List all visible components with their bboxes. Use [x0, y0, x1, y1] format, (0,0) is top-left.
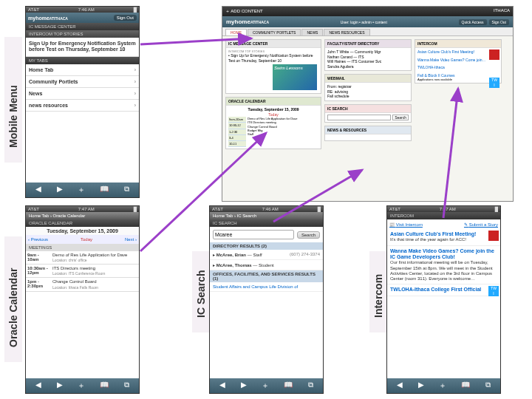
- add-icon[interactable]: ＋: [78, 381, 85, 391]
- section-mytabs: My Tabs: [26, 57, 139, 64]
- bookmarks-icon[interactable]: 📖: [100, 381, 109, 391]
- section-oracle-cal: Oracle Calendar: [26, 219, 139, 227]
- services-results-header: Offices, Facilities, and Services Result…: [210, 270, 323, 282]
- section-top-stories: Intercom Top Stories: [26, 30, 139, 38]
- thumb-icon: TWI: [489, 78, 499, 88]
- fwd-icon[interactable]: ▶: [57, 185, 63, 195]
- search-box: Search: [210, 227, 323, 242]
- portal-search-input[interactable]: [327, 115, 391, 121]
- menu-item[interactable]: News›: [26, 88, 139, 100]
- meeting-row[interactable]: 1pm - 2:30pmChange Control BoardLocation…: [26, 278, 139, 291]
- status-bar: AT&T7:46 AM█: [26, 7, 139, 13]
- search-input[interactable]: [213, 230, 294, 239]
- directory-result[interactable]: ▸ McAree, Brian — Staff(607) 274-3374: [210, 250, 323, 260]
- section-msg-center: IC Message Center: [26, 23, 139, 30]
- app-header: myhomeATITHACA Sign Out: [26, 13, 139, 23]
- portal-search-button[interactable]: Search: [392, 115, 409, 121]
- quick-access-button[interactable]: Quick Access: [459, 19, 487, 25]
- chevron-right-icon: ›: [134, 91, 136, 96]
- portlet-webmail: WEBMAIL From: registrarRE: advisingFall …: [324, 74, 412, 101]
- phone-oracle-calendar: AT&T7:47 AM█ Home Tab › Oracle Calendar …: [25, 205, 140, 394]
- visit-intercom-link[interactable]: 📰 Visit Intercom: [389, 222, 423, 227]
- thumb-icon: [489, 50, 499, 60]
- submit-story-link[interactable]: ✎ Submit a Story: [464, 222, 498, 227]
- phone-ic-search: AT&T7:46 AM█ Home Tab › IC Search IC Sea…: [209, 205, 324, 394]
- chevron-right-icon: ›: [134, 67, 136, 72]
- news-item[interactable]: Asian Culture Club's First Meeting! It's…: [387, 229, 500, 246]
- chevron-right-icon: ›: [134, 79, 136, 84]
- portal-header: myhomeATITHACA User: login • admin • con…: [222, 16, 513, 27]
- breadcrumb[interactable]: Home Tab › IC Search: [210, 212, 323, 219]
- tab-news[interactable]: NEWS: [301, 29, 323, 35]
- bookmarks-icon[interactable]: 📖: [461, 381, 470, 391]
- add-icon[interactable]: ＋: [78, 185, 85, 195]
- next-button[interactable]: Next ›: [125, 237, 137, 242]
- fwd-icon[interactable]: ▶: [241, 381, 247, 391]
- phone-intercom: AT&T7:47 AM█ Intercom 📰 Visit Intercom ✎…: [386, 205, 501, 394]
- sign-out-button[interactable]: Sign Out: [114, 15, 137, 21]
- brand-logo: myhomeATITHACA: [226, 18, 269, 25]
- tabs-icon[interactable]: ⧉: [485, 381, 491, 391]
- portlet-msg-center: IC MESSAGE CENTER Intercom Top Stories• …: [225, 39, 321, 94]
- status-bar: AT&T7:46 AM█: [210, 206, 323, 212]
- section-intercom: Intercom: [387, 212, 500, 219]
- bookmarks-icon[interactable]: 📖: [284, 381, 293, 391]
- meetings-header: MEETINGS: [26, 244, 139, 251]
- bottom-toolbar: ◀▶＋📖⧉: [387, 378, 500, 393]
- thumb-icon: [488, 231, 499, 241]
- fwd-icon[interactable]: ▶: [57, 381, 63, 391]
- portlet-intercom: INTERCOM Asian Culture Club's First Meet…: [415, 39, 502, 83]
- back-icon[interactable]: ◀: [219, 381, 225, 391]
- breadcrumb[interactable]: Home Tab › Oracle Calendar: [26, 212, 139, 219]
- portlet-news-resources: NEWS & RESOURCES: [324, 126, 412, 141]
- tabs-icon[interactable]: ⧉: [124, 185, 129, 195]
- bookmarks-icon[interactable]: 📖: [100, 185, 109, 195]
- portlet-oracle-calendar: ORACLE CALENDAR Tuesday, September 15, 2…: [225, 97, 321, 149]
- label-mobile-menu: Mobile Menu: [4, 37, 22, 163]
- swim-banner[interactable]: Swim Lessons: [273, 64, 317, 90]
- add-icon[interactable]: ＋: [439, 381, 446, 391]
- news-item[interactable]: TWLOHA-Ithaca College First Official TWI: [387, 284, 500, 296]
- bottom-toolbar: ◀▶＋📖⧉: [26, 378, 139, 393]
- today-button[interactable]: Today: [81, 237, 92, 242]
- thumb-icon: TWI: [488, 286, 499, 296]
- meeting-row[interactable]: 10:30am - 12pmITS Directors meetingLocat…: [26, 265, 139, 278]
- status-bar: AT&T7:47 AM█: [387, 206, 500, 212]
- search-button[interactable]: Search: [297, 231, 320, 239]
- bottom-toolbar: ◀▶＋📖⧉: [26, 183, 139, 197]
- back-icon[interactable]: ◀: [35, 185, 41, 195]
- brand-logo: myhomeATITHACA: [28, 16, 68, 21]
- portal-tabs: HOME COMMUNITY PORTLETS NEWS NEWS RESOUR…: [222, 27, 513, 36]
- bottom-toolbar: ◀▶＋📖⧉: [210, 378, 323, 393]
- intercom-links: 📰 Visit Intercom ✎ Submit a Story: [387, 219, 500, 229]
- portlet-ic-search: IC SEARCH Search: [324, 104, 412, 123]
- back-icon[interactable]: ◀: [397, 381, 403, 391]
- label-oracle-calendar: Oracle Calendar: [4, 236, 22, 362]
- prev-button[interactable]: ‹ Previous: [28, 237, 48, 242]
- news-item[interactable]: Wanna Make Video Games? Come join the IC…: [387, 246, 500, 285]
- back-icon[interactable]: ◀: [35, 381, 41, 391]
- menu-item[interactable]: news resources›: [26, 100, 139, 112]
- service-result[interactable]: Student Affairs and Campus Life Division…: [210, 282, 323, 292]
- menu-item[interactable]: Community Portlets›: [26, 76, 139, 88]
- calendar-date: Tuesday, September 15, 2009: [26, 227, 139, 235]
- menu-item[interactable]: Home Tab›: [26, 64, 139, 76]
- tab-community[interactable]: COMMUNITY PORTLETS: [248, 29, 301, 35]
- status-bar: AT&T7:47 AM█: [26, 206, 139, 212]
- tabs-icon[interactable]: ⧉: [124, 381, 129, 391]
- tab-news-resources[interactable]: NEWS RESOURCES: [324, 29, 369, 35]
- directory-result[interactable]: ▸ McAree, Thomas — Student: [210, 260, 323, 270]
- add-icon[interactable]: ＋: [262, 381, 269, 391]
- chevron-right-icon: ›: [134, 103, 136, 108]
- top-story[interactable]: Sign Up for Emergency Notification Syste…: [26, 38, 139, 57]
- calendar-nav: ‹ Previous Today Next ›: [26, 235, 139, 244]
- tab-home[interactable]: HOME: [225, 29, 247, 35]
- label-intercom: Intercom: [369, 251, 387, 332]
- fwd-icon[interactable]: ▶: [418, 381, 424, 391]
- portlet-directory: FACULTY/STAFF DIRECTORY John T White — C…: [324, 39, 412, 71]
- section-ic-search: IC Search: [210, 219, 323, 227]
- meeting-row[interactable]: 9am - 10amDemo of Res Life Application f…: [26, 251, 139, 265]
- label-ic-search: IC Search: [192, 251, 210, 332]
- sign-out-button[interactable]: Sign Out: [489, 19, 509, 25]
- tabs-icon[interactable]: ⧉: [308, 381, 313, 391]
